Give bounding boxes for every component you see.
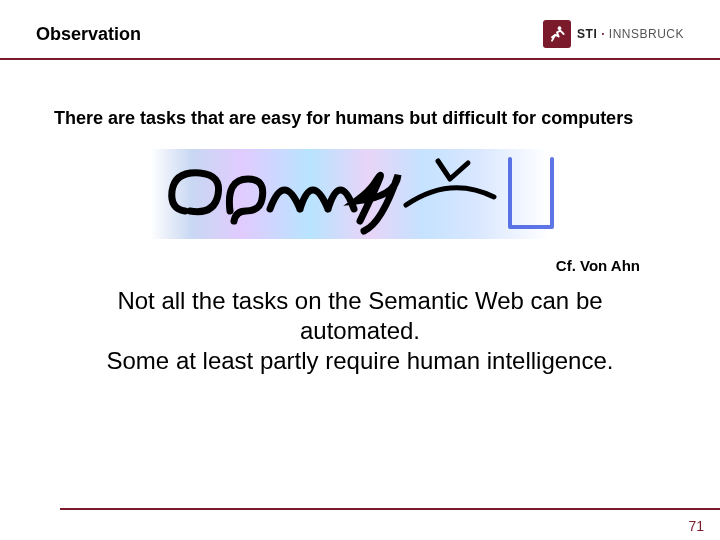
captcha-image	[150, 149, 570, 239]
brand-location: INNSBRUCK	[609, 27, 684, 41]
brand-separator: ·	[601, 27, 605, 41]
slide-title: Observation	[36, 24, 141, 45]
runner-icon	[547, 24, 567, 44]
page-number: 71	[688, 518, 704, 534]
brand-name: STI	[577, 27, 597, 41]
headline-text: There are tasks that are easy for humans…	[54, 108, 666, 129]
brand-logo-text: STI · INNSBRUCK	[577, 27, 684, 41]
captcha-glyphs-icon	[150, 149, 570, 239]
footer-divider	[60, 508, 720, 510]
brand-logo-mark	[543, 20, 571, 48]
svg-point-0	[558, 26, 562, 30]
body-line-2: Some at least partly require human intel…	[107, 347, 614, 374]
citation-text: Cf. Von Ahn	[0, 257, 640, 274]
brand-logo: STI · INNSBRUCK	[543, 20, 684, 48]
slide-header: Observation STI · INNSBRUCK	[0, 0, 720, 58]
body-text: Not all the tasks on the Semantic Web ca…	[60, 286, 660, 376]
header-divider	[0, 58, 720, 60]
body-line-1: Not all the tasks on the Semantic Web ca…	[117, 287, 602, 344]
